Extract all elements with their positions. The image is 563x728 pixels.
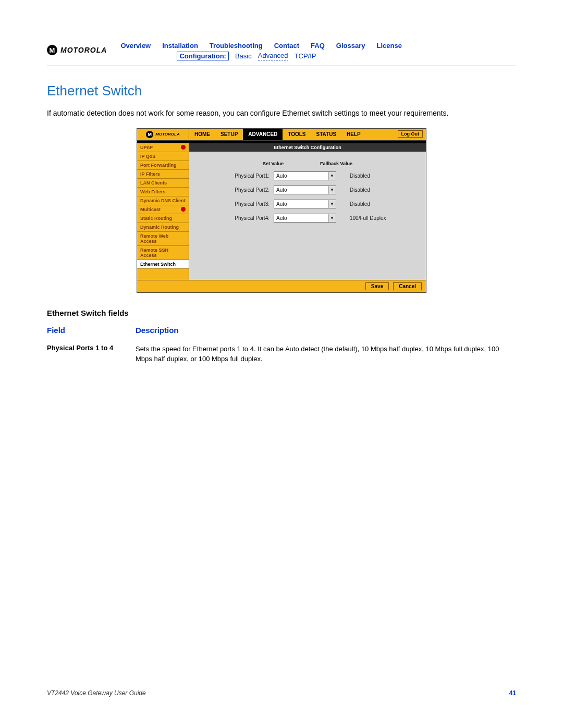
footer-doc-title: VT2442 Voice Gateway User Guide: [47, 689, 146, 697]
nav-glossary[interactable]: Glossary: [336, 42, 365, 50]
sidebar-item[interactable]: Web Filters: [137, 188, 189, 196]
motorola-small-icon: M: [146, 131, 153, 138]
col-fallback-value: Fallback Value: [320, 161, 352, 166]
port-select-value: Auto: [274, 187, 328, 193]
port-row: Physical Port3:Auto▼Disabled: [189, 200, 426, 208]
save-button[interactable]: Save: [365, 282, 389, 290]
port-select-value: Auto: [274, 201, 328, 207]
pane-banner: Ethernet Switch Configuration: [189, 143, 426, 152]
menu-tools[interactable]: TOOLS: [283, 129, 311, 140]
sidebar-item-label: Multicast: [140, 207, 161, 212]
app-main-menu: HOME SETUP ADVANCED TOOLS STATUS HELP Lo…: [189, 129, 426, 140]
doc-sub-nav: Configuration: Basic Advanced TCP/IP: [113, 52, 516, 60]
port-select[interactable]: Auto▼: [274, 200, 336, 208]
sidebar-item[interactable]: Static Routing: [137, 214, 189, 223]
sidebar-item-label: Web Filters: [140, 189, 165, 194]
motorola-icon: M: [47, 45, 57, 55]
chevron-down-icon: ▼: [328, 200, 336, 208]
nav-overview[interactable]: Overview: [120, 42, 151, 50]
chevron-down-icon: ▼: [328, 214, 336, 222]
brand-text: MOTOROLA: [60, 46, 107, 54]
port-select-value: Auto: [274, 173, 328, 179]
sidebar-item-label: Dynamic DNS Client: [140, 198, 186, 203]
col-header-field: Field: [47, 326, 136, 335]
sidebar-item[interactable]: Multicast: [137, 205, 189, 214]
sidebar-item[interactable]: Remote SSH Access: [137, 246, 189, 260]
sidebar-item[interactable]: Dynamic Routing: [137, 223, 189, 232]
sidebar-item-label: LAN Clients: [140, 180, 167, 186]
intro-text: If automatic detection does not work for…: [47, 108, 516, 119]
page-title: Ethernet Switch: [47, 83, 516, 99]
alert-dot-icon: [181, 207, 186, 212]
nav-license[interactable]: License: [376, 42, 401, 50]
port-label: Physical Port1:: [223, 173, 270, 179]
col-header-description: Description: [136, 326, 179, 335]
app-brand: MOTOROLA: [155, 132, 180, 137]
nav-faq[interactable]: FAQ: [311, 42, 325, 50]
sidebar-item[interactable]: LAN Clients: [137, 179, 189, 188]
subnav-advanced[interactable]: Advanced: [258, 52, 288, 60]
sidebar-item-label: IP Filters: [140, 171, 160, 177]
port-select-value: Auto: [274, 215, 328, 221]
port-row: Physical Port2:Auto▼Disabled: [189, 186, 426, 194]
subnav-label: Configuration:: [177, 52, 229, 60]
port-label: Physical Port3:: [223, 201, 270, 207]
col-set-value: Set Value: [263, 161, 284, 166]
port-select[interactable]: Auto▼: [274, 214, 336, 223]
brand-logo: M MOTOROLA: [47, 45, 107, 55]
menu-setup[interactable]: SETUP: [215, 129, 243, 140]
chevron-down-icon: ▼: [328, 186, 336, 194]
sidebar-item[interactable]: IP QoS: [137, 152, 189, 161]
sidebar-item[interactable]: Port Forwarding: [137, 161, 189, 170]
port-fallback: Disabled: [340, 187, 393, 193]
nav-contact[interactable]: Contact: [274, 42, 299, 50]
port-fallback: Disabled: [340, 201, 393, 207]
sidebar-item-label: Remote Web Access: [140, 233, 186, 244]
subnav-tcpip[interactable]: TCP/IP: [295, 52, 316, 60]
nav-installation[interactable]: Installation: [162, 42, 198, 50]
sidebar-item-label: UPnP: [140, 145, 153, 150]
field-description: Sets the speed for Ethernet ports 1 to 4…: [136, 344, 516, 364]
menu-help[interactable]: HELP: [341, 129, 366, 140]
router-admin-screenshot: M MOTOROLA HOME SETUP ADVANCED TOOLS STA…: [137, 128, 426, 293]
sidebar-item-label: Ethernet Switch: [140, 262, 176, 267]
port-select[interactable]: Auto▼: [274, 171, 336, 180]
nav-troubleshooting[interactable]: Troubleshooting: [210, 42, 263, 50]
alert-dot-icon: [181, 145, 186, 150]
port-row: Physical Port1:Auto▼Disabled: [189, 171, 426, 180]
field-name: Physical Ports 1 to 4: [47, 344, 136, 364]
sidebar-item[interactable]: IP Filters: [137, 170, 189, 179]
sidebar-item[interactable]: Dynamic DNS Client: [137, 196, 189, 205]
page-number: 41: [509, 689, 516, 697]
port-label: Physical Port4:: [223, 215, 270, 221]
logout-button[interactable]: Log Out: [398, 130, 423, 138]
app-sidebar: UPnPIP QoSPort ForwardingIP FiltersLAN C…: [137, 143, 189, 280]
fields-section-title: Ethernet Switch fields: [47, 309, 516, 317]
chevron-down-icon: ▼: [328, 172, 336, 180]
sidebar-item-label: Dynamic Routing: [140, 225, 179, 230]
port-label: Physical Port2:: [223, 187, 270, 193]
doc-top-nav: Overview Installation Troubleshooting Co…: [113, 42, 516, 50]
app-logo: M MOTOROLA: [137, 129, 189, 140]
sidebar-item[interactable]: UPnP: [137, 143, 189, 152]
subnav-basic[interactable]: Basic: [235, 52, 252, 60]
sidebar-item-label: IP QoS: [140, 154, 155, 159]
menu-home[interactable]: HOME: [189, 129, 215, 140]
port-row: Physical Port4:Auto▼100/Full Duplex: [189, 214, 426, 223]
port-select[interactable]: Auto▼: [274, 186, 336, 194]
sidebar-item[interactable]: Ethernet Switch: [137, 260, 189, 269]
port-fallback: Disabled: [340, 173, 393, 179]
sidebar-item-label: Port Forwarding: [140, 163, 177, 168]
menu-status[interactable]: STATUS: [311, 129, 342, 140]
sidebar-item-label: Remote SSH Access: [140, 248, 186, 258]
cancel-button[interactable]: Cancel: [393, 282, 422, 290]
menu-advanced[interactable]: ADVANCED: [243, 129, 283, 140]
sidebar-item[interactable]: Remote Web Access: [137, 232, 189, 246]
sidebar-item-label: Static Routing: [140, 216, 172, 221]
port-fallback: 100/Full Duplex: [340, 215, 393, 221]
